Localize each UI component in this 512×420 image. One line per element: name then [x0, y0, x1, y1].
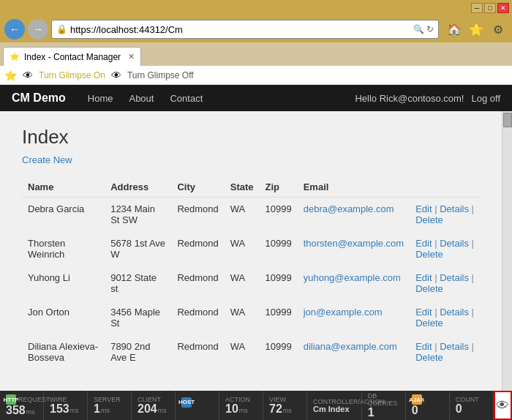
glimpse-eye-icon: 👁 — [496, 398, 509, 413]
col-email: Email — [298, 177, 410, 198]
url-input[interactable] — [70, 24, 410, 35]
refresh-icon[interactable]: ↻ — [426, 24, 434, 34]
host-badge: HOST — [181, 397, 192, 408]
col-address: Address — [105, 177, 171, 198]
table-row: Yuhong Li 9012 State st Redmond WA 10999… — [22, 266, 480, 301]
stat-count: Count 0 — [450, 391, 494, 420]
cell-address: 5678 1st Ave W — [105, 232, 171, 266]
tab-close-button[interactable]: ✕ — [128, 52, 135, 61]
cell-state: WA — [225, 266, 260, 301]
cell-city: Redmond — [171, 335, 224, 370]
content-row: Index Create New Name Address City State… — [0, 111, 512, 391]
cell-zip: 10999 — [260, 198, 298, 232]
email-link[interactable]: diliana@example.com — [304, 341, 397, 352]
cell-address: 3456 Maple St — [105, 301, 171, 335]
contacts-table: Name Address City State Zip Email Debra … — [22, 177, 480, 370]
glimpse-logo-off: 👁 — [111, 70, 121, 81]
edit-link[interactable]: Edit — [415, 203, 432, 214]
edit-link[interactable]: Edit — [415, 341, 432, 352]
cell-name: Thorsten Weinrich — [22, 232, 105, 266]
tab-icon: ⭐ — [10, 52, 20, 61]
glimpse-eye-button[interactable]: 👁 — [494, 391, 512, 420]
glimpse-off-button[interactable]: Turn Glimpse Off — [127, 70, 194, 80]
edit-link[interactable]: Edit — [415, 272, 432, 283]
cell-actions: Edit | Details | Delete — [410, 232, 480, 266]
cell-address: 9012 State st — [105, 266, 171, 301]
table-row: Thorsten Weinrich 5678 1st Ave W Redmond… — [22, 232, 480, 266]
main-content: Index Create New Name Address City State… — [0, 111, 502, 391]
edit-link[interactable]: Edit — [415, 307, 432, 318]
cell-name: Yuhong Li — [22, 266, 105, 301]
cell-email: diliana@example.com — [298, 335, 410, 370]
maximize-button[interactable]: □ — [484, 3, 496, 13]
cell-name: Debra Garcia — [22, 198, 105, 232]
email-link[interactable]: debra@example.com — [304, 203, 394, 214]
details-link[interactable]: Details — [440, 307, 469, 318]
create-new-link[interactable]: Create New — [22, 154, 480, 165]
col-zip: Zip — [260, 177, 298, 198]
cell-zip: 10999 — [260, 301, 298, 335]
stat-wire: Wire 153 ms — [44, 391, 88, 420]
stat-request: HTTP Request 358 ms — [0, 391, 44, 420]
stat-view: View 72 ms — [263, 391, 307, 420]
details-link[interactable]: Details — [440, 238, 469, 249]
cell-actions: Edit | Details | Delete — [410, 198, 480, 232]
col-actions — [410, 177, 480, 198]
glimpse-footer: HTTP Request 358 ms Wire 153 ms Server 1… — [0, 391, 512, 420]
details-link[interactable]: Details — [440, 203, 469, 214]
settings-icon[interactable]: ⚙ — [489, 20, 508, 39]
glimpse-star-icon: ⭐ — [4, 70, 17, 81]
cell-email: yuhong@example.com — [298, 266, 410, 301]
delete-link[interactable]: Delete — [415, 283, 443, 294]
cell-name: Jon Orton — [22, 301, 105, 335]
details-link[interactable]: Details — [440, 341, 469, 352]
home-icon[interactable]: 🏠 — [445, 20, 464, 39]
nav-contact[interactable]: Contact — [162, 89, 210, 108]
favorites-icon[interactable]: ⭐ — [467, 20, 486, 39]
stat-dbqueries: DB Queries 1 — [362, 391, 406, 420]
delete-link[interactable]: Delete — [415, 249, 443, 260]
stat-controller: Controller/Action Cm Index — [307, 391, 362, 420]
cell-email: jon@example.com — [298, 301, 410, 335]
edit-link[interactable]: Edit — [415, 238, 432, 249]
scrollbar[interactable] — [502, 111, 512, 391]
tab-label: Index - Contact Manager — [24, 52, 121, 62]
stat-action: Action 10 ms — [219, 391, 263, 420]
page-title: Index — [22, 126, 480, 149]
cell-address: 7890 2nd Ave E — [105, 335, 171, 370]
email-link[interactable]: yuhong@example.com — [304, 272, 401, 283]
close-button[interactable]: ✕ — [497, 3, 509, 13]
table-row: Debra Garcia 1234 Main St SW Redmond WA … — [22, 198, 480, 232]
cell-address: 1234 Main St SW — [105, 198, 171, 232]
browser-toolbar: ← → 🔒 🔍 ↻ 🏠 ⭐ ⚙ — [0, 16, 512, 42]
col-state: State — [225, 177, 260, 198]
scrollbar-thumb[interactable] — [503, 113, 512, 127]
cell-zip: 10999 — [260, 266, 298, 301]
forward-button[interactable]: → — [28, 19, 48, 40]
delete-link[interactable]: Delete — [415, 318, 443, 329]
email-link[interactable]: thorsten@example.com — [304, 238, 404, 249]
minimize-button[interactable]: ─ — [471, 3, 483, 13]
nav-home[interactable]: Home — [80, 89, 121, 108]
email-link[interactable]: jon@example.com — [304, 307, 383, 318]
nav-about[interactable]: About — [121, 89, 161, 108]
col-city: City — [171, 177, 224, 198]
search-icon[interactable]: 🔍 — [413, 24, 424, 34]
cell-email: thorsten@example.com — [298, 232, 410, 266]
lock-icon: 🔒 — [56, 24, 67, 34]
stat-client: Client 204 ms — [132, 391, 176, 420]
back-button[interactable]: ← — [4, 19, 25, 40]
cell-zip: 10999 — [260, 232, 298, 266]
glimpse-on-button[interactable]: Turn Glimpse On — [39, 70, 105, 80]
table-header-row: Name Address City State Zip Email — [22, 177, 480, 198]
delete-link[interactable]: Delete — [415, 352, 443, 363]
glimpse-bar: ⭐ 👁 Turn Glimpse On 👁 Turn Glimpse Off — [0, 66, 512, 85]
logoff-link[interactable]: Log off — [471, 93, 500, 104]
active-tab[interactable]: ⭐ Index - Contact Manager ✕ — [3, 47, 141, 66]
details-link[interactable]: Details — [440, 272, 469, 283]
cell-state: WA — [225, 232, 260, 266]
browser-titlebar: ─ □ ✕ — [0, 0, 512, 16]
cell-city: Redmond — [171, 266, 224, 301]
glimpse-logo-on: 👁 — [23, 70, 33, 81]
delete-link[interactable]: Delete — [415, 214, 443, 225]
